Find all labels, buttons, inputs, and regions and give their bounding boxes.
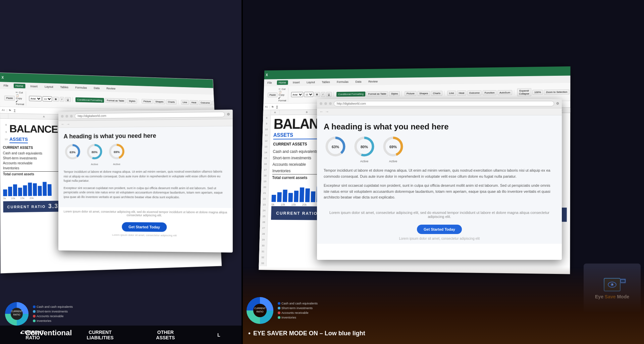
function-r[interactable]: Function (483, 90, 497, 95)
tab-insert[interactable]: Insert (29, 84, 40, 89)
picture-r[interactable]: Picture (405, 91, 416, 96)
line-r[interactable]: Line (447, 91, 456, 96)
browser-body-2-right: Excepteur sint occaecat cupidatat non pr… (324, 183, 555, 200)
browser-heading-left: A heading is what you need here (64, 132, 227, 140)
svg-text:80%: 80% (361, 145, 368, 149)
donut-svg-3-right: 69% (381, 135, 405, 158)
browser-dot-r2 (324, 102, 327, 105)
tab-data[interactable]: Data (92, 86, 102, 91)
total-label-left: Total current assets (3, 172, 34, 176)
get-started-btn-right[interactable]: Get Started Today (417, 225, 462, 234)
svg-text:63%: 63% (70, 151, 76, 154)
insert-group: Picture Shapes Charts (140, 99, 178, 105)
tab-layout[interactable]: Layout (43, 84, 55, 89)
get-started-btn-left[interactable]: Get Started Today (122, 222, 167, 232)
font-select[interactable]: Arial (29, 96, 42, 101)
italic-r[interactable]: I (321, 92, 325, 97)
expand-r[interactable]: Expand/Collapse (517, 88, 531, 96)
tab-review[interactable]: Review (105, 86, 117, 91)
clipboard-label: ✂ Cut 📋 Copy 🖌 Format (16, 91, 24, 106)
donut-svg-1-right: 63% (324, 135, 347, 158)
svg-text:RATIO: RATIO (13, 313, 20, 316)
conditional-formatting-btn[interactable]: Conditional Formatting (75, 97, 104, 103)
tab-insert-r[interactable]: Insert (291, 80, 302, 85)
current-ratio-label-right: CURRENT RATIO (276, 211, 318, 216)
lorem-text-left: Lorem ipsum dolor sit amet, consectetur … (64, 210, 227, 218)
paste-btn[interactable]: Paste (4, 96, 15, 101)
tab-tables[interactable]: Tables (58, 85, 70, 90)
italic-btn[interactable]: I (60, 97, 64, 102)
legend-left: CURRENT RATIO Cash and cash equivalents … (3, 300, 73, 327)
heat-r[interactable]: Heat (457, 91, 466, 96)
font-size-r[interactable]: 11 (304, 92, 313, 97)
tab-data-r[interactable]: Data (354, 79, 363, 84)
browser-dot-1 (61, 115, 64, 117)
shapes-btn[interactable]: Shapes (154, 99, 165, 104)
outcome-btn[interactable]: Outcome (199, 100, 212, 105)
format-as-table-btn[interactable]: Format as Table (105, 98, 126, 103)
cell-ref-left: A1 (2, 109, 5, 112)
browser-dot-r1 (320, 102, 322, 105)
left-panel: X File Home Insert Layout Tables Formula… (0, 0, 241, 344)
browser-body-1-right: Tempor incididunt ut labore et dolore ma… (324, 168, 555, 179)
donut-2-left: 80% Active (86, 142, 104, 166)
charts-r[interactable]: Charts (431, 91, 442, 96)
browser-settings-left[interactable]: ⚙ (227, 112, 230, 116)
browser-url-left[interactable]: http://digitalworld.com (75, 112, 225, 119)
nav-back-right[interactable]: ← (320, 109, 324, 114)
tab-file[interactable]: File (2, 83, 10, 88)
picture-btn[interactable]: Picture (142, 99, 153, 104)
outcome-r[interactable]: Outcome (467, 90, 482, 95)
charts-btn[interactable]: Charts (166, 99, 177, 104)
browser-url-right[interactable]: http://digitalworld.com (334, 101, 554, 106)
cond-format-r[interactable]: Conditional Formatting (336, 92, 366, 97)
browser-dot-3 (70, 115, 73, 117)
tab-formulas-r[interactable]: Formulas (335, 79, 350, 84)
paste-btn-r[interactable]: Paste (268, 92, 278, 97)
tab-home[interactable]: Home (13, 83, 25, 88)
bold-btn[interactable]: B (53, 97, 59, 102)
divider-line (241, 0, 243, 344)
bottom-label-current-liabilities: CURRENTLIABILITIES (87, 330, 114, 340)
tab-layout-r[interactable]: Layout (305, 80, 317, 84)
shapes-r[interactable]: Shapes (417, 91, 430, 96)
font-size-select[interactable]: 11 (43, 96, 52, 102)
zoom-selection-r[interactable]: Zoom to Selection (544, 89, 570, 95)
inventories-label-right: Inventories (272, 169, 291, 173)
tab-tables-r[interactable]: Tables (320, 80, 332, 84)
accounts-label-left: Accounts receivable (3, 161, 33, 165)
bold-r[interactable]: B (314, 92, 320, 97)
underline-btn[interactable]: U (65, 97, 71, 102)
svg-text:69%: 69% (389, 145, 397, 149)
tab-review-r[interactable]: Review (366, 79, 379, 84)
cash-label-left: Cash and cash equivalents (3, 151, 43, 155)
tab-home-r[interactable]: Home (277, 80, 288, 85)
cell-styles-r[interactable]: Styles (389, 91, 400, 96)
cash-label-right: Cash and cash equivalents (273, 149, 318, 154)
nav-forward-left[interactable]: → (66, 122, 70, 126)
donut-charts-left: 63% 80% Active (64, 141, 227, 166)
short-term-label-right: Short-term investments (273, 156, 311, 160)
nav-forward-right[interactable]: → (325, 109, 329, 114)
line-btn[interactable]: Line (181, 100, 189, 105)
right-panel: X File Home Insert Layout Tables Formula… (241, 0, 644, 344)
format-table-r[interactable]: Format as Table (366, 91, 388, 96)
function-btn[interactable]: Function (212, 101, 222, 105)
excel-logo-right: X (266, 73, 268, 76)
format-group: Conditional Formatting Format as Table S… (74, 97, 139, 104)
inventories-label-left: Inventories (3, 166, 19, 170)
tab-formulas[interactable]: Formulas (73, 85, 89, 90)
font-select-r[interactable]: Arial (291, 92, 303, 97)
zoom-100-r[interactable]: 100% (532, 90, 543, 95)
cell-styles-btn[interactable]: Styles (127, 99, 137, 104)
tab-file-r[interactable]: File (266, 80, 274, 85)
underline-r[interactable]: U (326, 92, 332, 97)
accounts-label-right: Accounts receivable (272, 162, 306, 167)
bottom-label-other-assets: OTHERASSETS (156, 330, 175, 340)
autosum-r[interactable]: AutoSum (497, 90, 512, 95)
heat-btn[interactable]: Heat (190, 100, 198, 105)
nav-back-left[interactable]: ← (61, 122, 65, 126)
donut-3-right: 69% Active (381, 135, 405, 163)
browser-body-1-left: Tempor incididunt ut labore et dolore ma… (64, 170, 227, 183)
browser-settings-right[interactable]: ⚙ (556, 102, 559, 105)
